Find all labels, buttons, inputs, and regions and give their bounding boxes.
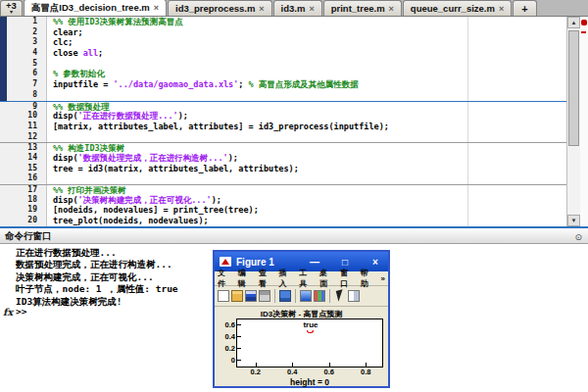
breakpoint-gutter[interactable]	[0, 153, 7, 164]
scrollbar-thumb[interactable]	[568, 30, 579, 146]
insert-colorbar-icon[interactable]	[300, 290, 312, 302]
code-line[interactable]: 17%% 打印并画决策树	[0, 184, 566, 195]
matlab-figure-icon	[220, 257, 231, 267]
breakpoint-gutter[interactable]	[0, 48, 7, 59]
analyzer-marker[interactable]	[581, 31, 586, 33]
breakpoint-gutter[interactable]	[0, 143, 7, 153]
code-editor[interactable]: 1%% 使用ID3决策树算法预测高冒点2clear;3clc;4close al…	[0, 17, 566, 226]
line-number: 12	[7, 132, 47, 143]
figure-menu-item[interactable]: 桌面	[319, 268, 335, 289]
minimize-button[interactable]: —	[307, 257, 322, 268]
code-line[interactable]: 8	[0, 90, 566, 101]
y-tick-label: 0.6	[220, 320, 235, 329]
code-line[interactable]: 13%% 构造ID3决策树	[0, 142, 566, 153]
code-line[interactable]: 20tree_plot(nodeids, nodevalues);	[0, 216, 566, 226]
scroll-down-icon[interactable]: ▼	[567, 215, 580, 226]
breakpoint-gutter[interactable]	[0, 17, 7, 27]
code-line[interactable]: 18disp('决策树构建完成，正在可视化...');	[0, 195, 566, 206]
tab-close-icon[interactable]: ×	[389, 4, 394, 14]
save-figure-icon[interactable]	[245, 290, 257, 302]
property-inspector-icon[interactable]	[348, 290, 360, 302]
breakpoint-gutter[interactable]	[0, 173, 7, 184]
figure-menu-item[interactable]: 帮助	[361, 268, 376, 289]
editor-tab[interactable]: id3.m×	[273, 0, 322, 16]
editor-tab[interactable]: queue_curr_size.m×	[403, 0, 512, 16]
breakpoint-gutter[interactable]	[0, 37, 7, 48]
code-line[interactable]: 10disp('正在进行数据预处理...');	[0, 111, 566, 122]
fx-icon[interactable]: fx	[3, 307, 13, 318]
print-figure-icon[interactable]	[259, 290, 270, 302]
code-line[interactable]: 19[nodeids, nodevalues] = print_tree(tre…	[0, 205, 566, 216]
breakpoint-gutter[interactable]	[0, 164, 7, 174]
tab-close-icon[interactable]: ×	[499, 4, 504, 14]
close-button[interactable]: ×	[368, 257, 383, 268]
breakpoint-gutter[interactable]	[0, 27, 7, 38]
breakpoint-gutter[interactable]	[0, 69, 7, 79]
figure-menu-item[interactable]: 编辑	[238, 268, 254, 289]
code-text: disp('决策树构建完成，正在可视化...');	[47, 195, 566, 206]
menu-overflow-icon[interactable]: »	[381, 274, 385, 283]
editor-tab[interactable]: 高冒点ID3_decision_tree.m×	[24, 0, 167, 16]
tab-overflow-button[interactable]: +3 ▾	[0, 0, 23, 16]
figure-menu-item[interactable]: 插入	[278, 268, 294, 289]
scroll-up-icon[interactable]: ▲	[567, 17, 580, 28]
code-line[interactable]: 7inputfile = '../data/gaomao_data.xls'; …	[0, 79, 566, 90]
code-line[interactable]: 16	[0, 173, 566, 184]
breakpoint-gutter[interactable]	[0, 59, 7, 70]
breakpoint-gutter[interactable]	[0, 90, 7, 101]
code-line[interactable]: 4close all;	[0, 48, 566, 59]
figure-window[interactable]: Figure 1 — □ × 文件编辑查看插入工具桌面窗口帮助» ID3决策树 …	[213, 250, 390, 388]
figure-menu-item[interactable]: 文件	[218, 268, 233, 289]
panel-menu-icon[interactable]: ⊙	[574, 230, 582, 245]
breakpoint-gutter[interactable]	[0, 122, 7, 132]
code-line[interactable]: 5	[0, 59, 566, 70]
x-tick-mark	[366, 363, 367, 367]
code-line[interactable]: 11[matrix, attributes_label, attributes]…	[0, 122, 566, 132]
tab-close-icon[interactable]: ×	[259, 4, 264, 14]
breakpoint-gutter[interactable]	[0, 195, 7, 206]
code-line[interactable]: 12	[0, 132, 566, 143]
analyzer-error-indicator[interactable]	[581, 20, 587, 25]
line-number: 17	[7, 185, 47, 195]
new-figure-icon[interactable]	[218, 290, 229, 302]
chevron-down-icon: ▾	[10, 10, 13, 15]
line-number: 14	[7, 153, 47, 164]
figure-menu-item[interactable]: 工具	[299, 268, 315, 289]
output-line: 数据预处理完成，正在进行构造树...	[16, 259, 178, 270]
code-line[interactable]: 15tree = id3(matrix, attributes_label, a…	[0, 164, 566, 174]
tab-close-icon[interactable]: ×	[154, 3, 159, 13]
editor-scrollbar[interactable]: ▲ ▼	[566, 17, 580, 226]
breakpoint-gutter[interactable]	[0, 132, 7, 143]
x-tick-label: 0.2	[246, 368, 266, 376]
y-tick-mark	[237, 336, 241, 337]
link-plot-icon[interactable]	[279, 290, 291, 302]
tab-close-icon[interactable]: ×	[309, 4, 314, 14]
code-text: %% 构造ID3决策树	[47, 143, 566, 153]
x-tick-label: 0.6	[319, 368, 339, 376]
breakpoint-gutter[interactable]	[0, 102, 7, 112]
new-tab-button[interactable]: +	[513, 0, 536, 16]
code-line[interactable]: 1%% 使用ID3决策树算法预测高冒点	[0, 17, 566, 27]
output-line: 叶子节点，node: 1 ，属性值: true	[16, 283, 178, 295]
insert-legend-icon[interactable]	[314, 290, 325, 302]
command-prompt[interactable]: >>	[16, 306, 26, 317]
figure-menu-item[interactable]: 查看	[259, 268, 274, 289]
line-number: 1	[7, 17, 47, 27]
code-line[interactable]: 14disp('数据预处理完成，正在进行构造树...');	[0, 153, 566, 164]
figure-menu-item[interactable]: 窗口	[340, 268, 356, 289]
code-line[interactable]: 3clc;	[0, 37, 566, 48]
editor-tab[interactable]: id3_preprocess.m×	[168, 0, 272, 16]
breakpoint-gutter[interactable]	[0, 216, 7, 226]
breakpoint-gutter[interactable]	[0, 111, 7, 122]
breakpoint-gutter[interactable]	[0, 79, 7, 90]
maximize-button[interactable]: □	[337, 257, 353, 268]
x-tick-mark	[292, 363, 293, 367]
breakpoint-gutter[interactable]	[0, 185, 7, 195]
code-line[interactable]: 2clear;	[0, 27, 566, 38]
breakpoint-gutter[interactable]	[0, 205, 7, 216]
open-file-icon[interactable]	[231, 290, 243, 302]
edit-plot-icon[interactable]	[334, 290, 346, 302]
editor-tab[interactable]: print_tree.m×	[323, 0, 402, 16]
code-line[interactable]: 9%% 数据预处理	[0, 101, 566, 112]
code-line[interactable]: 6% 参数初始化	[0, 69, 566, 79]
